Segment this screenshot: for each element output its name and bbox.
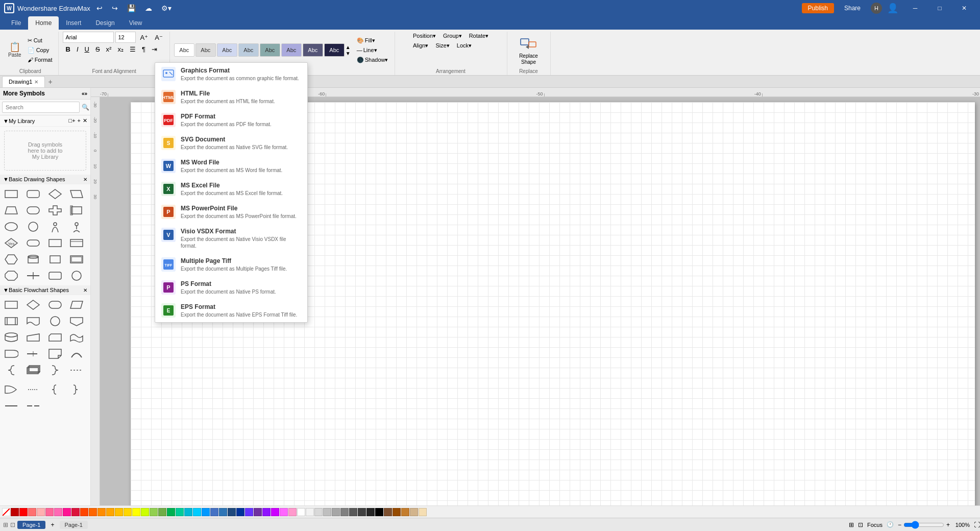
shape-person2[interactable] — [67, 219, 86, 234]
color-swatch[interactable] — [115, 508, 123, 516]
my-library-header[interactable]: ▼ My Library □+ + ✕ — [0, 115, 90, 127]
fill-button[interactable]: 🎨 Fill▾ — [355, 36, 390, 45]
color-swatch[interactable] — [37, 508, 45, 516]
shape-trapezoid[interactable] — [2, 203, 20, 218]
color-swatch[interactable] — [410, 508, 418, 516]
fc-multi-doc[interactable] — [24, 363, 42, 378]
close-button[interactable]: ✕ — [952, 0, 976, 16]
maximize-button[interactable]: □ — [928, 0, 951, 16]
no-fill-swatch[interactable] — [2, 508, 10, 516]
help-button[interactable]: H — [871, 3, 882, 14]
color-swatch[interactable] — [141, 508, 149, 516]
my-library-add-btn[interactable]: □+ — [68, 117, 75, 124]
color-swatch[interactable] — [323, 508, 331, 516]
lock-button[interactable]: Lock▾ — [454, 41, 474, 50]
my-library-add2-btn[interactable]: + — [78, 117, 81, 124]
color-swatch[interactable] — [193, 508, 201, 516]
export-ps[interactable]: P PS Format Export the document as Nativ… — [155, 276, 307, 299]
export-svg[interactable]: S SVG Document Export the document as Na… — [155, 132, 307, 155]
color-swatch[interactable] — [262, 508, 271, 516]
tab-design[interactable]: Design — [88, 16, 121, 30]
shape-rect3[interactable] — [46, 252, 64, 267]
color-swatch[interactable] — [384, 508, 392, 516]
color-swatch[interactable] — [71, 508, 80, 516]
shape-ellipse-rect[interactable] — [24, 203, 42, 218]
replace-shape-button[interactable]: Replace Shape — [511, 33, 546, 67]
export-word[interactable]: W MS Word File Export the document as MS… — [155, 155, 307, 178]
list-button[interactable]: ☰ — [127, 44, 138, 54]
fc-single-line[interactable] — [24, 382, 42, 397]
page-nav-icon[interactable]: ⊞ — [3, 521, 8, 528]
left-panel-scroll[interactable]: ▼ My Library □+ + ✕ Drag symbols here to… — [0, 115, 90, 531]
fc-process[interactable] — [2, 297, 20, 312]
shape-rect2[interactable] — [46, 235, 64, 251]
customize-button[interactable]: ⚙▾ — [158, 3, 175, 13]
italic-button[interactable]: I — [74, 44, 81, 54]
color-swatch[interactable] — [63, 508, 71, 516]
color-swatch[interactable] — [288, 508, 297, 516]
fc-data[interactable] — [67, 297, 86, 312]
color-swatch[interactable] — [297, 508, 305, 516]
basic-drawing-close[interactable]: ✕ — [83, 177, 87, 182]
shape-bracket-rect[interactable] — [67, 203, 86, 218]
export-visio[interactable]: V Visio VSDX Format Export the document … — [155, 224, 307, 253]
zoom-out-button[interactable]: − — [898, 521, 901, 528]
redo-button[interactable]: ↪ — [109, 3, 121, 13]
doc-tab-close[interactable]: ✕ — [34, 79, 38, 85]
position-button[interactable]: Position▾ — [410, 32, 438, 40]
fc-arc[interactable] — [67, 346, 86, 361]
style-swatch-5[interactable]: Abc — [260, 43, 280, 57]
style-swatch-4[interactable]: Abc — [238, 43, 259, 57]
export-tiff[interactable]: TIFF Multiple Page Tiff Export the docum… — [155, 253, 307, 276]
shape-cylinder[interactable] — [24, 252, 42, 267]
style-swatch-8[interactable]: Abc — [324, 43, 345, 57]
shape-octagon[interactable] — [2, 268, 20, 283]
color-swatch[interactable] — [393, 508, 401, 516]
color-swatch[interactable] — [254, 508, 262, 516]
color-swatch[interactable] — [340, 508, 349, 516]
color-swatch[interactable] — [28, 508, 36, 516]
share-button[interactable]: Share — [839, 3, 866, 13]
color-swatch[interactable] — [245, 508, 253, 516]
fc-predefined[interactable] — [2, 313, 20, 329]
fc-dashes[interactable] — [67, 363, 86, 378]
style-swatch-3[interactable]: Abc — [217, 43, 237, 57]
tab-file[interactable]: File — [4, 16, 28, 30]
shape-person[interactable] — [46, 219, 64, 234]
fc-curly-right[interactable] — [46, 363, 64, 378]
color-swatch[interactable] — [366, 508, 375, 516]
color-swatch[interactable] — [19, 508, 28, 516]
styles-scroll-down[interactable]: ▼ — [346, 51, 351, 56]
paste-button[interactable]: 📋 Paste — [6, 41, 23, 59]
align-button[interactable]: Align▾ — [410, 41, 431, 50]
color-swatch[interactable] — [124, 508, 132, 516]
export-powerpoint[interactable]: P MS PowerPoint File Export the document… — [155, 201, 307, 224]
underline-button[interactable]: U — [82, 44, 92, 54]
tab-view[interactable]: View — [122, 16, 150, 30]
shape-line[interactable] — [24, 268, 42, 283]
export-html[interactable]: HTML HTML File Export the document as HT… — [155, 86, 307, 109]
style-swatch-2[interactable]: Abc — [195, 43, 216, 57]
superscript-button[interactable]: x² — [104, 44, 114, 54]
color-swatch[interactable] — [419, 508, 427, 516]
color-swatch[interactable] — [219, 508, 227, 516]
search-input[interactable] — [2, 102, 80, 113]
color-swatch[interactable] — [375, 508, 383, 516]
shape-decision[interactable]: Yes — [2, 235, 20, 251]
search-button[interactable]: 🔍 — [80, 103, 91, 112]
document-tab-drawing1[interactable]: Drawing1 ✕ — [2, 76, 45, 87]
color-swatch[interactable] — [150, 508, 158, 516]
export-excel[interactable]: X MS Excel File Export the document as M… — [155, 178, 307, 201]
color-swatch[interactable] — [236, 508, 244, 516]
tab-home[interactable]: Home — [28, 16, 59, 30]
layers-icon[interactable]: ⊞ — [849, 521, 854, 528]
more-symbols-header[interactable]: More Symbols «» — [0, 88, 90, 100]
fc-offpage[interactable] — [67, 313, 86, 329]
zoom-in-button[interactable]: + — [946, 521, 950, 528]
shape-rectangle[interactable] — [2, 186, 20, 202]
fc-triangle-left[interactable] — [2, 382, 20, 397]
style-swatch-7[interactable]: Abc — [303, 43, 323, 57]
line-button[interactable]: — Line▾ — [355, 46, 390, 55]
color-swatch[interactable] — [167, 508, 175, 516]
color-swatch[interactable] — [11, 508, 19, 516]
